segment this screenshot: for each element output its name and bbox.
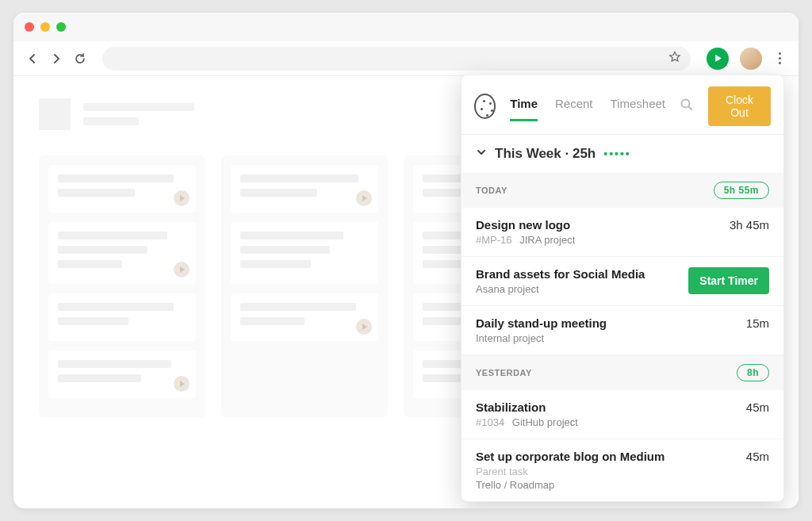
entry-time: 3h 45m xyxy=(730,218,769,232)
section-header-today: TODAY 5h 55m xyxy=(462,173,783,208)
section-header-yesterday: YESTERDAY 8h xyxy=(462,355,783,390)
title-bar xyxy=(13,13,799,41)
entry-title: Stabilization xyxy=(476,400,746,414)
time-entry[interactable]: Design new logo #MP-16 JIRA project 3h 4… xyxy=(462,208,783,257)
entry-tag: #MP-16 xyxy=(476,234,512,246)
extension-play-button[interactable] xyxy=(707,48,729,70)
week-label: This Week · 25h xyxy=(495,146,596,162)
popup-header: Time Recent Timesheet Clock Out xyxy=(462,75,783,134)
time-entry[interactable]: Brand assets for Social Media Asana proj… xyxy=(462,257,783,306)
close-window-icon[interactable] xyxy=(25,22,34,32)
entry-time: 45m xyxy=(746,400,769,414)
bookmark-star-icon[interactable] xyxy=(668,51,681,67)
entry-title: Brand assets for Social Media xyxy=(476,267,688,281)
section-total-time: 5h 55m xyxy=(714,182,769,199)
entry-parent: Parent task xyxy=(476,465,746,477)
section-total-time: 8h xyxy=(737,364,769,381)
week-summary-row[interactable]: This Week · 25h ••••• xyxy=(462,134,783,173)
tab-time[interactable]: Time xyxy=(510,97,538,117)
browser-menu-icon[interactable] xyxy=(773,51,786,67)
time-entry[interactable]: Set up corporate blog on Medium Parent t… xyxy=(462,439,783,501)
entry-title: Daily stand-up meeting xyxy=(476,316,746,330)
svg-line-1 xyxy=(689,107,692,110)
entry-tag: #1034 xyxy=(476,416,504,428)
section-label: YESTERDAY xyxy=(476,368,532,377)
entry-time: 45m xyxy=(746,450,769,463)
start-timer-button[interactable]: Start Timer xyxy=(688,267,769,294)
time-entry[interactable]: Stabilization #1034 GitHub project 45m xyxy=(462,390,783,439)
user-avatar[interactable] xyxy=(740,48,762,70)
time-entry[interactable]: Daily stand-up meeting Internal project … xyxy=(462,306,783,355)
tab-recent[interactable]: Recent xyxy=(555,97,593,117)
browser-toolbar xyxy=(13,41,799,76)
time-tracker-popup: Time Recent Timesheet Clock Out This Wee… xyxy=(461,75,784,502)
back-button[interactable] xyxy=(26,52,39,65)
entry-time: 15m xyxy=(746,316,769,330)
entry-project: JIRA project xyxy=(519,234,575,246)
browser-window: Time Recent Timesheet Clock Out This Wee… xyxy=(13,13,799,508)
forward-button[interactable] xyxy=(50,52,63,65)
progress-dots-icon: ••••• xyxy=(603,147,631,160)
entry-title: Design new logo xyxy=(476,218,730,232)
entry-project: Trello / Roadmap xyxy=(476,479,554,491)
entry-project: Internal project xyxy=(476,332,544,344)
entry-title: Set up corporate blog on Medium xyxy=(476,450,746,463)
url-bar[interactable] xyxy=(102,47,691,71)
search-icon[interactable] xyxy=(680,98,694,115)
minimize-window-icon[interactable] xyxy=(40,22,50,32)
clock-out-button[interactable]: Clock Out xyxy=(708,86,771,126)
entry-project: Asana project xyxy=(476,283,539,295)
maximize-window-icon[interactable] xyxy=(56,22,66,32)
section-label: TODAY xyxy=(476,186,508,195)
entry-project: GitHub project xyxy=(512,416,578,428)
chevron-down-icon xyxy=(476,146,487,162)
app-logo-icon xyxy=(474,94,496,119)
tab-timesheet[interactable]: Timesheet xyxy=(611,97,665,117)
reload-button[interactable] xyxy=(74,52,86,65)
